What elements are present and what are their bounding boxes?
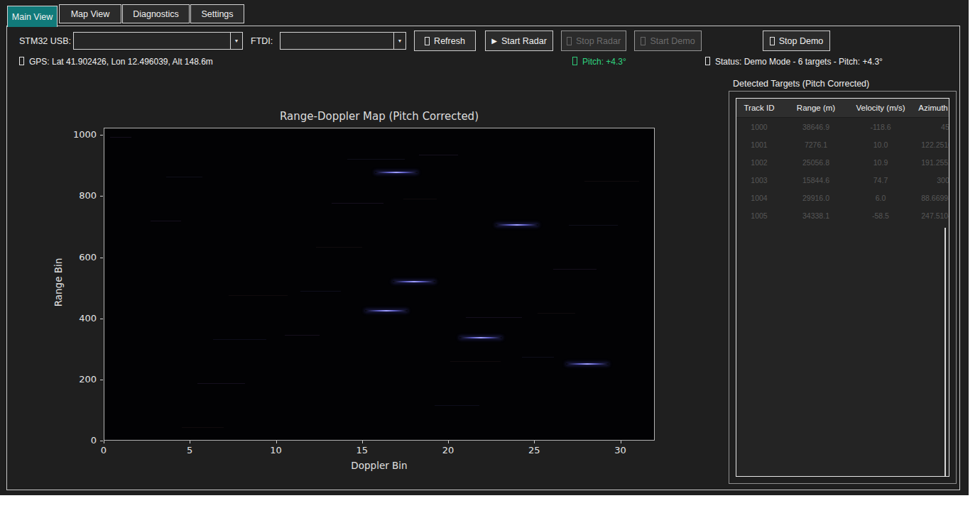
chevron-down-icon: ▼: [398, 38, 403, 43]
noise-streak: [300, 291, 341, 292]
noise-streak: [213, 339, 266, 340]
x-tick: [534, 441, 535, 443]
table-cell: 122.2510: [911, 140, 949, 149]
x-axis-label: Doppler Bin: [104, 460, 655, 471]
table-row[interactable]: 100534338.1-58.5247.5104: [736, 206, 949, 224]
noise-streak: [584, 181, 639, 182]
chart-title: Range-Doppler Map (Pitch Corrected): [104, 110, 655, 123]
x-tick: [190, 441, 190, 443]
ftdi-label: FTDI:: [251, 36, 273, 46]
table-cell: 1003: [736, 176, 782, 184]
stop-demo-button[interactable]: Stop Demo: [763, 31, 830, 51]
column-header-azimuth[interactable]: Azimuth: [911, 104, 949, 112]
missing-glyph-icon: [770, 37, 775, 45]
tab-main-view[interactable]: Main View: [7, 6, 58, 27]
table-row[interactable]: 100315844.674.7300°: [736, 171, 949, 189]
table-cell: 25056.8: [782, 158, 850, 167]
table-cell: 7276.1: [782, 140, 850, 149]
noise-streak: [538, 313, 575, 314]
ftdi-combobox[interactable]: ▼: [280, 32, 406, 50]
gps-status: GPS: Lat 41.902426, Lon 12.496039, Alt 1…: [19, 57, 213, 67]
table-cell: 1005: [736, 211, 782, 220]
stop-radar-button[interactable]: Stop Radar: [561, 31, 626, 51]
play-icon: ▶: [491, 38, 497, 45]
y-tick-label: 1000: [65, 129, 97, 140]
y-tick: [100, 319, 103, 319]
start-radar-button[interactable]: ▶Start Radar: [485, 31, 553, 51]
tab-map-view[interactable]: Map View: [59, 4, 121, 23]
targets-table-body: 100038646.9-118.645°10017276.110.0122.25…: [736, 118, 949, 224]
table-cell: 247.5104: [911, 211, 949, 220]
ftdi-combobox-value: [281, 33, 393, 49]
x-tick-label: 25: [520, 445, 548, 455]
table-cell: 191.2552: [911, 158, 949, 167]
stop-demo-button-label: Stop Demo: [779, 36, 824, 46]
target-doppler-streak: [459, 337, 502, 338]
target-doppler-streak: [393, 281, 435, 282]
stm32-usb-label: STM32 USB:: [19, 36, 71, 46]
y-tick-label: 0: [65, 435, 97, 446]
table-row[interactable]: 100225056.810.9191.2552: [736, 153, 949, 171]
noise-streak: [569, 225, 618, 226]
y-tick: [100, 258, 103, 258]
start-demo-button-label: Start Demo: [650, 36, 695, 46]
start-radar-button-label: Start Radar: [501, 36, 547, 46]
noise-streak: [332, 203, 383, 204]
table-cell: 10.0: [850, 140, 911, 149]
angle-icon: [572, 57, 577, 65]
table-cell: 1004: [736, 194, 782, 202]
chevron-down-icon: ▼: [234, 38, 239, 43]
table-cell: 10.9: [850, 158, 911, 167]
ftdi-combobox-dropdown-button[interactable]: ▼: [393, 33, 405, 49]
noise-streak: [435, 405, 479, 406]
pitch-indicator: Pitch: +4.3°: [572, 57, 626, 67]
y-tick-label: 200: [65, 374, 97, 385]
table-scrollbar[interactable]: [944, 228, 946, 476]
stm32-usb-combobox-value: [74, 33, 230, 49]
noise-streak: [229, 295, 288, 296]
range-doppler-heatmap: [104, 128, 655, 441]
target-doppler-streak: [566, 363, 609, 365]
column-header-track-id[interactable]: Track ID: [736, 104, 782, 112]
tab-settings[interactable]: Settings: [190, 4, 244, 23]
table-cell: 38646.9: [782, 123, 850, 131]
x-tick-label: 30: [606, 445, 635, 455]
y-tick: [100, 441, 103, 441]
y-tick: [100, 196, 103, 197]
column-header-velocity-m-s[interactable]: Velocity (m/s): [850, 104, 911, 112]
stm32-usb-combobox[interactable]: ▼: [73, 32, 243, 50]
x-tick: [448, 441, 449, 443]
target-doppler-streak: [365, 310, 408, 311]
targets-panel-title: Detected Targets (Pitch Corrected): [733, 79, 869, 89]
column-header-range-m[interactable]: Range (m): [782, 104, 850, 112]
x-tick: [104, 441, 104, 443]
noise-streak: [182, 427, 224, 428]
status-icon: [705, 57, 710, 65]
table-cell: 29916.0: [782, 194, 850, 202]
x-tick-label: 0: [89, 445, 118, 455]
status-message: Status: Demo Mode - 6 targets - Pitch: +…: [705, 57, 883, 67]
table-row[interactable]: 100038646.9-118.645°: [736, 118, 949, 136]
x-tick-label: 5: [175, 445, 204, 455]
table-cell: 34338.1: [782, 211, 850, 220]
tab-diagnostics[interactable]: Diagnostics: [122, 4, 190, 23]
noise-streak: [553, 269, 597, 270]
noise-streak: [166, 177, 202, 177]
refresh-button[interactable]: Refresh: [414, 31, 476, 51]
table-cell: 88.66998: [911, 194, 949, 202]
stm32-combobox-dropdown-button[interactable]: ▼: [230, 33, 242, 49]
y-tick-label: 400: [65, 313, 97, 324]
table-cell: 45°: [911, 123, 949, 131]
noise-streak: [347, 159, 405, 160]
noise-streak: [151, 221, 181, 221]
table-row[interactable]: 100429916.06.088.66998: [736, 189, 949, 206]
table-cell: 74.7: [850, 176, 911, 184]
start-demo-button[interactable]: Start Demo: [634, 31, 702, 51]
x-tick-label: 10: [262, 445, 290, 455]
target-doppler-streak: [496, 224, 538, 226]
missing-glyph-icon: [567, 37, 572, 45]
table-row[interactable]: 10017276.110.0122.2510: [736, 136, 949, 153]
noise-streak: [419, 155, 458, 155]
target-doppler-streak: [375, 172, 418, 173]
table-cell: 6.0: [850, 194, 911, 202]
